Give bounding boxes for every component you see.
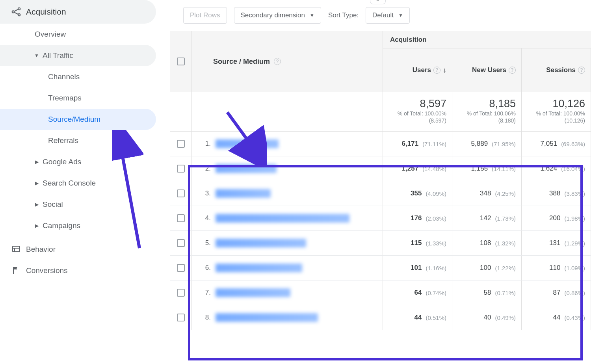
cell-value: 101	[411, 264, 422, 272]
sidebar-item-label: Overview	[35, 30, 66, 39]
sessions-cell: 200(1.98%)	[522, 206, 591, 230]
cell-percent: (0.49%)	[495, 314, 516, 321]
sidebar-item-overview[interactable]: Overview	[0, 24, 156, 45]
row-checkbox[interactable]	[177, 165, 185, 173]
sidebar-item-treemaps[interactable]: Treemaps	[0, 87, 156, 109]
cell-percent: (1.22%)	[495, 265, 516, 271]
sessions-cell: 1,624(16.04%)	[522, 156, 591, 181]
table-row[interactable]: 4.176(2.03%)142(1.73%)200(1.98%)	[170, 206, 591, 231]
cell-value: 5,889	[471, 140, 488, 148]
help-icon[interactable]: ?	[274, 58, 281, 65]
source-medium-value-blurred	[216, 189, 271, 198]
sidebar-item-referrals[interactable]: Referrals	[0, 130, 156, 151]
new-users-cell: 142(1.73%)	[452, 206, 522, 230]
cell-percent: (1.16%)	[426, 265, 446, 271]
source-medium-value-blurred	[216, 164, 277, 173]
row-checkbox[interactable]	[177, 264, 185, 272]
cell-percent: (14.48%)	[422, 165, 446, 172]
help-icon[interactable]: ?	[433, 67, 440, 74]
sidebar-item-google-ads[interactable]: ▶ Google Ads	[0, 151, 156, 173]
sidebar-item-label: Treemaps	[48, 94, 82, 102]
cell-value: 44	[414, 314, 422, 321]
users-column-header[interactable]: Users ? ↓	[383, 48, 452, 92]
table-row[interactable]: 8.44(0.51%)40(0.49%)44(0.43%)	[170, 305, 591, 330]
new-users-cell: 5,889(71.95%)	[452, 132, 522, 156]
sidebar-item-label: Social	[43, 200, 63, 209]
cell-percent: (2.03%)	[426, 215, 446, 222]
row-checkbox[interactable]	[177, 314, 185, 321]
cell-value: 355	[411, 189, 422, 197]
sidebar-section-behavior[interactable]: Behavior	[0, 239, 156, 260]
caret-right-icon: ▶	[31, 159, 43, 165]
cell-value: 200	[549, 214, 560, 222]
summary-value: 8,185	[455, 98, 516, 110]
column-header-label: Source / Medium	[199, 58, 270, 66]
table-row[interactable]: 5.115(1.33%)108(1.32%)131(1.29%)	[170, 231, 591, 256]
sidebar-item-label: Source/Medium	[48, 115, 100, 124]
summary-row: 8,597 % of Total: 100.00% (8,597) 8,185 …	[170, 92, 591, 132]
row-checkbox[interactable]	[177, 189, 185, 197]
summary-percent: % of Total: 100.00% (10,126)	[536, 110, 585, 124]
users-cell: 1,257(14.48%)	[383, 156, 452, 181]
sidebar-section-label: Acquisition	[26, 7, 66, 17]
source-medium-value-blurred	[216, 139, 279, 148]
table-row[interactable]: 6.101(1.16%)100(1.22%)110(1.09%)	[170, 256, 591, 280]
sort-type-dropdown[interactable]: Default ▼	[366, 7, 410, 24]
users-cell: 44(0.51%)	[383, 305, 452, 330]
new-users-cell: 58(0.71%)	[452, 280, 522, 305]
cell-percent: (69.63%)	[561, 141, 585, 147]
drawer-handle[interactable]: ⌃	[370, 0, 386, 4]
source-medium-header[interactable]: Source / Medium ?	[192, 31, 383, 92]
sidebar-section-conversions[interactable]: Conversions	[0, 260, 156, 281]
row-checkbox[interactable]	[177, 214, 185, 222]
plot-rows-button[interactable]: Plot Rows	[183, 7, 227, 24]
new-users-cell: 108(1.32%)	[452, 231, 522, 255]
row-checkbox[interactable]	[177, 140, 185, 148]
table-row[interactable]: 2.1,257(14.48%)1,155(14.11%)1,624(16.04%…	[170, 156, 591, 181]
column-header-label: New Users	[472, 66, 506, 74]
table-header: Source / Medium ? Acquisition Users ? ↓ …	[170, 31, 591, 92]
help-icon[interactable]: ?	[509, 67, 516, 74]
users-cell: 115(1.33%)	[383, 231, 452, 255]
secondary-dimension-dropdown[interactable]: Secondary dimension ▼	[234, 7, 321, 24]
cell-value: 110	[549, 264, 560, 272]
table-row[interactable]: 3.355(4.09%)348(4.25%)388(3.83%)	[170, 181, 591, 206]
help-icon[interactable]: ?	[578, 67, 585, 74]
caret-down-icon: ▼	[398, 13, 403, 18]
dropdown-label: Secondary dimension	[241, 11, 305, 19]
sidebar-item-label: Conversions	[26, 266, 68, 275]
select-all-checkbox[interactable]	[177, 58, 185, 65]
cell-value: 100	[480, 264, 491, 272]
table-row[interactable]: 7.64(0.74%)58(0.71%)87(0.86%)	[170, 280, 591, 305]
cell-value: 58	[484, 289, 491, 297]
sidebar-item-source-medium[interactable]: Source/Medium	[0, 109, 156, 130]
sidebar-item-campaigns[interactable]: ▶ Campaigns	[0, 215, 156, 236]
table-row[interactable]: 1.6,171(71.11%)5,889(71.95%)7,051(69.63%…	[170, 132, 591, 156]
cell-percent: (3.83%)	[564, 190, 585, 197]
caret-right-icon: ▶	[31, 202, 43, 207]
sidebar-section-acquisition[interactable]: Acquisition	[0, 0, 156, 24]
column-header-label: Users	[413, 66, 431, 74]
cell-percent: (4.09%)	[426, 190, 446, 197]
cell-value: 7,051	[541, 140, 558, 148]
main-content: ⌃ Plot Rows Secondary dimension ▼ Sort T…	[164, 0, 591, 364]
users-cell: 355(4.09%)	[383, 181, 452, 206]
sessions-cell: 7,051(69.63%)	[522, 132, 591, 156]
summary-sessions: 10,126 % of Total: 100.00% (10,126)	[522, 92, 591, 131]
sidebar-item-social[interactable]: ▶ Social	[0, 194, 156, 215]
sidebar-item-label: Campaigns	[43, 221, 80, 230]
cell-percent: (0.43%)	[564, 314, 585, 321]
sessions-column-header[interactable]: Sessions ?	[522, 48, 591, 92]
svg-rect-5	[13, 246, 20, 252]
sidebar-item-label: Search Console	[43, 179, 96, 188]
sidebar-item-all-traffic[interactable]: ▼ All Traffic	[0, 45, 156, 66]
new-users-cell: 40(0.49%)	[452, 305, 522, 330]
table-body: 1.6,171(71.11%)5,889(71.95%)7,051(69.63%…	[170, 132, 591, 330]
sidebar-item-channels[interactable]: Channels	[0, 66, 156, 87]
cell-percent: (16.04%)	[561, 165, 585, 172]
row-checkbox[interactable]	[177, 239, 185, 247]
cell-value: 1,257	[402, 165, 419, 173]
sidebar-item-search-console[interactable]: ▶ Search Console	[0, 173, 156, 194]
new-users-column-header[interactable]: New Users ?	[452, 48, 522, 92]
row-checkbox[interactable]	[177, 289, 185, 297]
